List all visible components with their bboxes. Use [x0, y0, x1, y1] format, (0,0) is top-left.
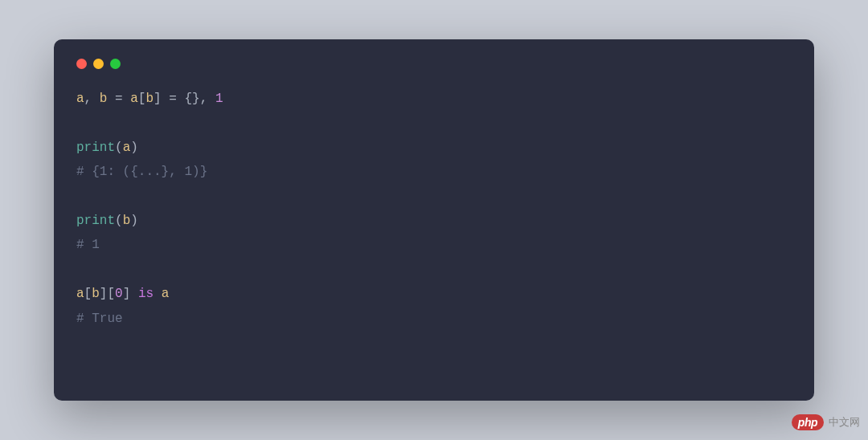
variable-a: a — [162, 287, 170, 301]
variable-b: b — [100, 92, 108, 106]
space — [130, 287, 138, 301]
comma: , — [200, 92, 215, 106]
bracket: ] — [154, 92, 162, 106]
comma: , — [84, 92, 100, 106]
watermark: php 中文网 — [792, 414, 860, 430]
bracket: [ — [138, 92, 146, 106]
code-line: print(b) — [76, 214, 138, 228]
paren: ( — [115, 214, 123, 228]
close-dot-icon — [76, 59, 87, 69]
window-titlebar — [76, 59, 792, 69]
variable-a: a — [76, 287, 84, 301]
code-line: a[b][0] is a — [76, 287, 169, 301]
is-keyword: is — [138, 287, 154, 301]
maximize-dot-icon — [110, 59, 121, 69]
paren: ) — [130, 141, 138, 155]
number-one: 1 — [215, 92, 223, 106]
variable-b: b — [92, 287, 100, 301]
paren: ( — [115, 141, 123, 155]
comment-output: # {1: ({...}, 1)} — [76, 165, 207, 179]
number-zero: 0 — [115, 287, 123, 301]
watermark-text: 中文网 — [829, 415, 860, 430]
variable-b: b — [145, 92, 154, 106]
php-badge-icon: php — [792, 414, 824, 430]
space — [154, 287, 162, 301]
bracket: [ — [84, 287, 92, 301]
code-line: print(a) — [76, 141, 138, 155]
variable-b: b — [123, 214, 131, 228]
bracket: ] — [123, 287, 131, 301]
variable-a: a — [76, 92, 84, 106]
equals: = — [162, 92, 185, 106]
comment-output: # 1 — [76, 238, 100, 252]
bracket: ] — [100, 287, 108, 301]
print-call: print — [76, 214, 115, 228]
bracket: [ — [107, 287, 115, 301]
variable-a: a — [130, 92, 138, 106]
paren: ) — [130, 214, 138, 228]
variable-a: a — [123, 141, 131, 155]
equals: = — [107, 92, 130, 106]
minimize-dot-icon — [93, 59, 104, 69]
braces: {} — [184, 92, 199, 106]
print-call: print — [76, 141, 115, 155]
comment-output: # True — [76, 312, 123, 326]
code-line: a, b = a[b] = {}, 1 — [76, 92, 223, 106]
code-window: a, b = a[b] = {}, 1 print(a) # {1: ({...… — [54, 39, 814, 401]
code-block: a, b = a[b] = {}, 1 print(a) # {1: ({...… — [76, 87, 792, 331]
